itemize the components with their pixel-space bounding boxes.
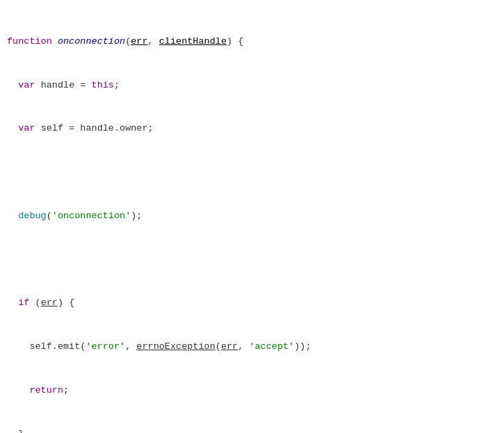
line-1: function onconnection(err, clientHandle)… <box>7 35 497 49</box>
param-err: err <box>131 36 147 47</box>
line-8: self.emit('error', errnoException(err, '… <box>7 340 497 354</box>
line-3: var self = handle.owner; <box>7 122 497 136</box>
code-viewer: function onconnection(err, clientHandle)… <box>7 6 497 433</box>
line-10: } <box>7 427 497 433</box>
line-6 <box>7 253 497 268</box>
line-5: debug('onconnection'); <box>7 209 497 224</box>
function-name: onconnection <box>58 36 125 47</box>
param-clienthandle: clientHandle <box>159 36 227 47</box>
line-9: return; <box>7 384 497 398</box>
line-7: if (err) { <box>7 296 497 311</box>
line-2: var handle = this; <box>7 79 497 93</box>
keyword-function: function <box>7 36 52 47</box>
line-4 <box>7 165 497 180</box>
